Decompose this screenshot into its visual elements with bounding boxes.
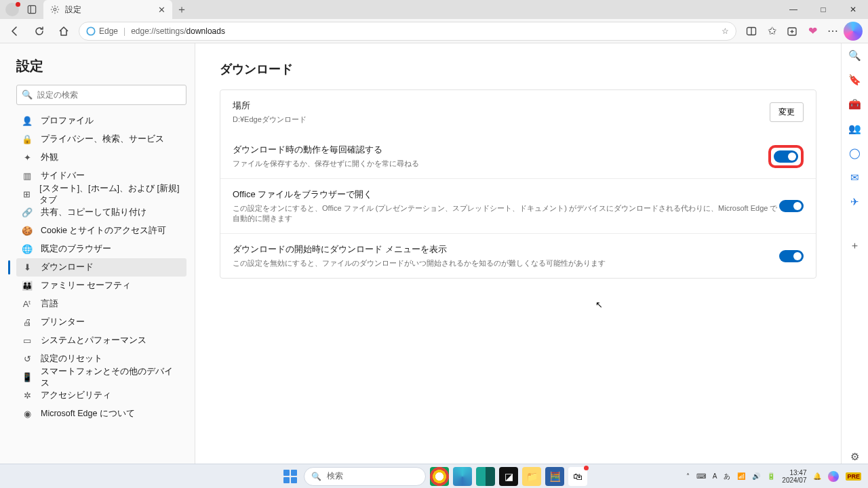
taskbar-clock[interactable]: 13:47 2024/07 bbox=[782, 469, 806, 484]
rail-search-icon[interactable]: 🔍 bbox=[848, 49, 862, 62]
tray-wifi-icon[interactable]: 📶 bbox=[737, 472, 745, 480]
rail-outlook-icon[interactable]: ✉ bbox=[848, 171, 862, 184]
taskbar-app-calc[interactable]: 🧮 bbox=[545, 467, 564, 486]
setting-toggle-0[interactable] bbox=[774, 150, 798, 163]
svg-point-2 bbox=[54, 8, 56, 11]
rail-add-icon[interactable]: ＋ bbox=[848, 239, 862, 252]
tray-battery-icon[interactable]: 🔋 bbox=[767, 472, 775, 480]
setting-toggle-2[interactable] bbox=[779, 250, 804, 262]
settings-search-input[interactable] bbox=[16, 85, 186, 105]
taskbar-app-chrome[interactable] bbox=[430, 467, 449, 486]
sidebar-item-7[interactable]: 🌐既定のブラウザー bbox=[16, 240, 186, 258]
sidebar-item-9[interactable]: 👪ファミリー セーフティ bbox=[16, 277, 186, 295]
copilot-button[interactable] bbox=[844, 22, 863, 41]
tray-ime-icon[interactable]: A bbox=[713, 472, 717, 480]
change-location-button[interactable]: 変更 bbox=[770, 102, 804, 122]
refresh-button[interactable] bbox=[30, 22, 49, 41]
window-close-button[interactable]: ✕ bbox=[838, 0, 868, 19]
collections-icon[interactable] bbox=[783, 22, 802, 41]
sidebar-item-0[interactable]: 👤プロファイル bbox=[16, 112, 186, 130]
sidebar-item-12[interactable]: ▭システムとパフォーマンス bbox=[16, 331, 186, 350]
rail-tools-icon[interactable]: 🧰 bbox=[848, 98, 862, 111]
sidebar-item-label: サイドバー bbox=[41, 170, 85, 182]
sidebar-item-icon: 👪 bbox=[22, 281, 33, 291]
location-title: 場所 bbox=[233, 100, 770, 112]
window-maximize-button[interactable]: □ bbox=[808, 0, 838, 19]
sidebar-item-16[interactable]: ◉Microsoft Edge について bbox=[16, 405, 186, 423]
setting-title: Office ファイルをブラウザーで開く bbox=[233, 188, 779, 201]
edge-logo-icon bbox=[86, 26, 96, 36]
setting-subtitle: この設定を無効にすると、ファイルのダウンロードがいつ開始されるかを知るのが難しく… bbox=[233, 258, 779, 268]
taskbar-search[interactable]: 🔍 検索 bbox=[304, 467, 426, 486]
sidebar-item-1[interactable]: 🔒プライバシー、検索、サービス bbox=[16, 130, 186, 148]
taskbar-search-placeholder: 検索 bbox=[327, 470, 343, 482]
setting-subtitle: ファイルを保存するか、保存せずに開くかを常に尋ねる bbox=[233, 159, 768, 169]
back-button[interactable] bbox=[5, 22, 24, 41]
tray-premiere-icon[interactable]: PRE bbox=[846, 472, 861, 481]
sidebar-item-icon: 👤 bbox=[22, 116, 33, 126]
sidebar-item-10[interactable]: Aᵗ言語 bbox=[16, 295, 186, 313]
edge-side-rail: 🔍 🔖 🧰 👥 ◯ ✉ ✈ ＋ ⚙ bbox=[841, 43, 868, 464]
setting-toggle-1[interactable] bbox=[779, 200, 804, 212]
titlebar: 設定 ✕ ＋ — □ ✕ bbox=[0, 0, 868, 19]
search-icon: 🔍 bbox=[311, 472, 321, 481]
settings-content: ダウンロード 場所 D:¥Edgeダウンロード 変更 ダウンロード時の動作を毎回… bbox=[195, 43, 841, 464]
url-suffix: downloads bbox=[186, 26, 225, 36]
sidebar-item-8[interactable]: ⬇ダウンロード bbox=[16, 258, 186, 277]
sidebar-item-label: プライバシー、検索、サービス bbox=[41, 134, 164, 145]
rail-office-icon[interactable]: ◯ bbox=[848, 146, 862, 160]
profile-avatar[interactable] bbox=[5, 3, 19, 16]
tray-notifications-icon[interactable]: 🔔 bbox=[813, 472, 821, 480]
rail-settings-icon[interactable]: ⚙ bbox=[848, 450, 862, 464]
edge-label: Edge bbox=[99, 26, 118, 36]
sidebar-item-icon: 📱 bbox=[22, 372, 33, 382]
tray-keyboard-icon[interactable]: ⌨ bbox=[696, 472, 706, 480]
window-minimize-button[interactable]: — bbox=[778, 0, 808, 19]
highlight-box bbox=[768, 145, 804, 168]
taskbar-app-edge[interactable] bbox=[453, 467, 472, 486]
tray-volume-icon[interactable]: 🔊 bbox=[752, 472, 760, 480]
sidebar-item-2[interactable]: ✦外観 bbox=[16, 148, 186, 167]
rail-send-icon[interactable]: ✈ bbox=[848, 195, 862, 209]
tab-close-icon[interactable]: ✕ bbox=[158, 5, 165, 15]
favorites-icon[interactable]: ✩ bbox=[762, 22, 781, 41]
sidebar-item-14[interactable]: 📱スマートフォンとその他のデバイス bbox=[16, 368, 186, 386]
tray-chevron-icon[interactable]: ˄ bbox=[686, 472, 690, 480]
split-screen-icon[interactable] bbox=[742, 22, 761, 41]
tab-actions-icon[interactable] bbox=[26, 3, 38, 16]
sidebar-item-label: プリンター bbox=[41, 317, 85, 328]
sidebar-item-label: 設定のリセット bbox=[41, 353, 102, 365]
location-path: D:¥Edgeダウンロード bbox=[233, 115, 770, 125]
address-bar[interactable]: Edge | edge://settings/downloads ☆ bbox=[79, 22, 736, 41]
sidebar-item-15[interactable]: ✲アクセシビリティ bbox=[16, 386, 186, 405]
sidebar-item-icon: ▥ bbox=[22, 171, 33, 181]
tray-copilot-icon[interactable] bbox=[828, 471, 839, 482]
svg-rect-0 bbox=[28, 5, 35, 13]
rail-people-icon[interactable]: 👥 bbox=[848, 122, 862, 136]
sidebar-item-5[interactable]: 🔗共有、コピーして貼り付け bbox=[16, 203, 186, 222]
start-button[interactable] bbox=[281, 467, 300, 486]
sidebar-item-4[interactable]: ⊞[スタート]、[ホーム]、および [新規] タブ bbox=[16, 185, 186, 203]
home-button[interactable] bbox=[54, 22, 73, 41]
more-menu-icon[interactable]: ⋯ bbox=[823, 22, 842, 41]
wellness-icon[interactable]: ❤ bbox=[803, 22, 822, 41]
setting-title: ダウンロードの開始時にダウンロード メニューを表示 bbox=[233, 243, 779, 256]
browser-tab[interactable]: 設定 ✕ bbox=[43, 0, 172, 19]
rail-shopping-icon[interactable]: 🔖 bbox=[848, 73, 862, 87]
sidebar-item-label: 既定のブラウザー bbox=[41, 243, 111, 255]
taskbar-app-terminal[interactable] bbox=[476, 467, 495, 486]
setting-subtitle: この設定をオンにすると、Office ファイル (プレゼンテーション、スプレッド… bbox=[233, 203, 779, 224]
sidebar-item-icon: ✦ bbox=[22, 152, 33, 163]
taskbar-app-obsidian[interactable]: ◪ bbox=[499, 467, 518, 486]
sidebar-item-label: [スタート]、[ホーム]、および [新規] タブ bbox=[39, 183, 181, 206]
taskbar-app-store[interactable]: 🛍 bbox=[568, 467, 587, 486]
sidebar-item-11[interactable]: 🖨プリンター bbox=[16, 313, 186, 331]
sidebar-item-icon: 🌐 bbox=[22, 244, 33, 254]
favorite-star-icon[interactable]: ☆ bbox=[722, 26, 729, 36]
setting-row-2: ダウンロードの開始時にダウンロード メニューを表示この設定を無効にすると、ファイ… bbox=[220, 233, 816, 278]
sidebar-item-6[interactable]: 🍪Cookie とサイトのアクセス許可 bbox=[16, 222, 186, 240]
tray-input-icon[interactable]: あ bbox=[724, 472, 730, 481]
new-tab-button[interactable]: ＋ bbox=[172, 0, 191, 19]
taskbar-app-explorer[interactable]: 📁 bbox=[522, 467, 541, 486]
svg-point-3 bbox=[87, 27, 94, 35]
